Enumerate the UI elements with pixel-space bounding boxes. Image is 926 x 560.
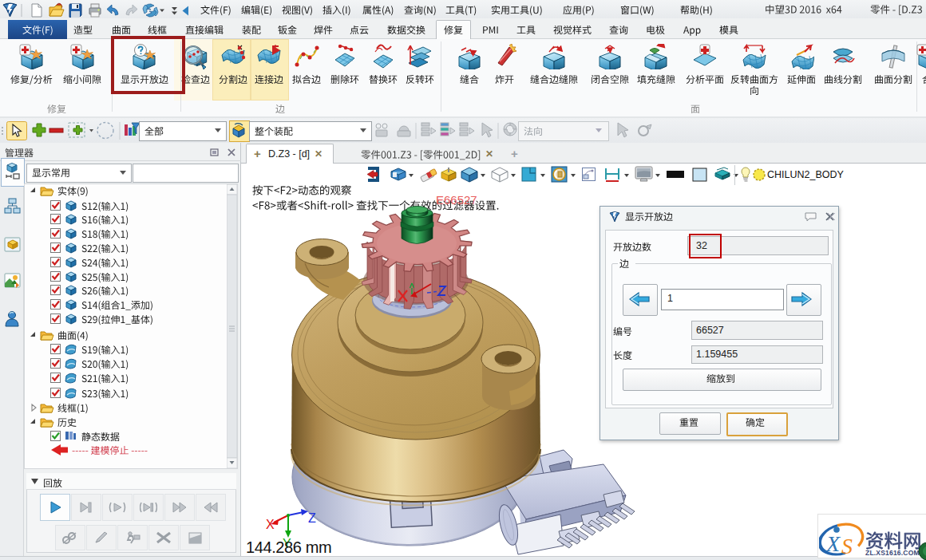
svg-text:X: X	[266, 518, 275, 531]
svg-text:S: S	[841, 534, 853, 558]
svg-text:X: X	[825, 531, 841, 556]
svg-text:Z: Z	[308, 511, 316, 525]
